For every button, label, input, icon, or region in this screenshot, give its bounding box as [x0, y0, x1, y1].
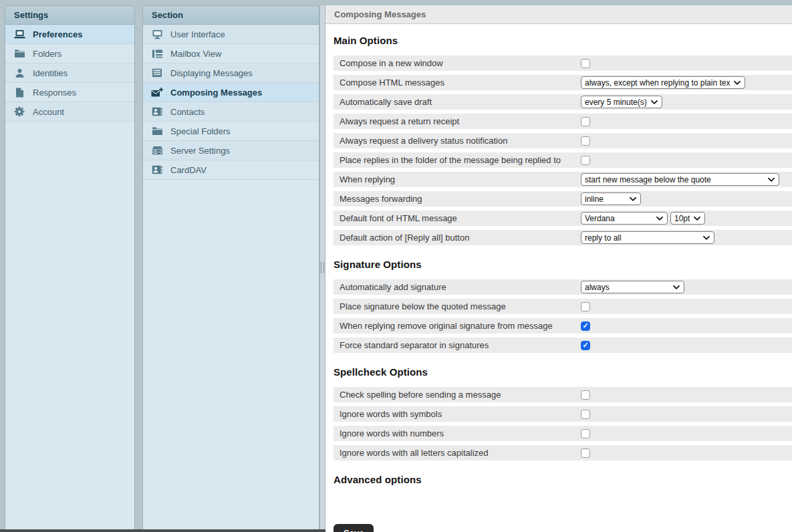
option-label: Automatically add signature — [340, 282, 581, 292]
option-label: Default action of [Reply all] button — [340, 233, 581, 243]
section-panel-title: Section — [143, 6, 319, 25]
option-label: Compose in a new window — [340, 58, 581, 68]
settings-item-responses[interactable]: Responses — [5, 83, 134, 102]
section-item-mailbox-view[interactable]: Mailbox View — [143, 44, 319, 63]
control-area — [581, 117, 590, 126]
content-title: Composing Messages — [325, 5, 792, 24]
settings-item-label: Folders — [33, 49, 61, 59]
compose-html-messages-select[interactable]: always, except when replying to plain te… — [581, 76, 745, 89]
server-icon — [150, 145, 164, 156]
option-label: Always request a return receipt — [340, 116, 581, 126]
ignore-words-with-symbols-checkbox[interactable] — [581, 410, 590, 419]
option-row-default-action-of-reply-all-button: Default action of [Reply all] buttonrepl… — [334, 230, 792, 245]
settings-item-label: Account — [33, 107, 64, 117]
section-item-label: Mailbox View — [170, 49, 221, 59]
ignore-words-with-all-letters-capitalized-checkbox[interactable] — [581, 448, 590, 458]
section-panel: Section User InterfaceMailbox ViewDispla… — [142, 5, 319, 529]
chevron-down-icon — [734, 81, 741, 85]
chevron-down-icon — [703, 236, 710, 240]
section-item-carddav[interactable]: CardDAV — [143, 160, 319, 180]
contact-card-icon — [150, 106, 164, 117]
section-item-label: Displaying Messages — [170, 68, 253, 78]
option-row-always-request-a-delivery-status-notification: Always request a delivery status notific… — [334, 133, 792, 148]
option-label: Messages forwarding — [340, 194, 581, 204]
automatically-save-draft-select-value: every 5 minute(s) — [585, 98, 647, 107]
control-area — [581, 448, 590, 458]
group-main-options: Main OptionsCompose in a new windowCompo… — [334, 35, 792, 245]
automatically-save-draft-select[interactable]: every 5 minute(s) — [581, 96, 662, 108]
settings-item-preferences[interactable]: Preferences — [5, 25, 134, 44]
splitter-grip-icon — [321, 262, 324, 273]
section-list: User InterfaceMailbox ViewDisplaying Mes… — [143, 25, 319, 180]
section-item-composing-messages[interactable]: Composing Messages — [143, 83, 319, 102]
group-spellcheck-options: Spellcheck OptionsCheck spelling before … — [334, 366, 792, 460]
option-label: Automatically save draft — [340, 97, 581, 107]
option-row-automatically-save-draft: Automatically save draftevery 5 minute(s… — [334, 94, 792, 110]
save-button[interactable]: Save — [334, 524, 374, 532]
settings-item-label: Identities — [33, 68, 68, 78]
default-font-of-html-message-1-select[interactable]: Verdana — [581, 212, 668, 225]
section-item-server-settings[interactable]: Server Settings — [143, 141, 319, 160]
default-font-of-html-message-2-select[interactable]: 10pt — [670, 212, 705, 225]
when-replying-remove-original-signature-from-message-checkbox[interactable] — [581, 321, 590, 331]
default-font-of-html-message-1-select-value: Verdana — [585, 214, 615, 223]
option-row-default-font-of-html-message: Default font of HTML messageVerdana10pt — [334, 211, 792, 226]
option-label: Always request a delivery status notific… — [340, 136, 581, 146]
always-request-a-return-receipt-checkbox[interactable] — [581, 117, 590, 126]
option-row-ignore-words-with-numbers: Ignore words with numbers — [334, 426, 792, 441]
gear-icon — [13, 106, 26, 117]
control-area — [581, 321, 590, 331]
control-area: reply to all — [581, 231, 714, 244]
option-label: Ignore words with numbers — [340, 428, 581, 438]
place-replies-in-the-folder-of-the-message-being-replied-to-checkbox[interactable] — [581, 156, 590, 165]
when-replying-select[interactable]: start new message below the quote — [581, 173, 779, 186]
option-label: Force standard separator in signatures — [340, 340, 581, 350]
contact-card-icon — [150, 164, 164, 175]
settings-item-folders[interactable]: Folders — [5, 44, 134, 63]
messages-forwarding-select[interactable]: inline — [581, 192, 641, 205]
control-area: every 5 minute(s) — [581, 96, 662, 108]
settings-panel: Settings PreferencesFoldersIdentitiesRes… — [5, 5, 135, 529]
panel-splitter[interactable] — [319, 5, 325, 529]
settings-item-identities[interactable]: Identities — [5, 63, 134, 83]
automatically-add-signature-select[interactable]: always — [581, 281, 684, 293]
document-icon — [13, 87, 26, 98]
check-spelling-before-sending-a-message-checkbox[interactable] — [581, 390, 590, 400]
control-area — [581, 429, 590, 438]
section-item-label: Composing Messages — [170, 88, 262, 98]
option-label: When replying remove original signature … — [340, 321, 581, 331]
place-signature-below-the-quoted-message-checkbox[interactable] — [581, 302, 590, 311]
settings-item-account[interactable]: Account — [5, 102, 134, 122]
section-item-contacts[interactable]: Contacts — [143, 102, 319, 122]
mailbox-view-icon — [150, 48, 164, 59]
default-action-of-reply-all-button-select[interactable]: reply to all — [581, 231, 714, 244]
section-item-label: Server Settings — [170, 146, 230, 156]
window-bottom-edge — [0, 529, 325, 532]
chevron-down-icon — [656, 217, 663, 221]
compose-in-a-new-window-checkbox[interactable] — [581, 59, 590, 68]
control-area — [581, 390, 590, 400]
option-label: Place signature below the quoted message — [340, 301, 581, 311]
force-standard-separator-in-signatures-checkbox[interactable] — [581, 341, 590, 350]
when-replying-select-value: start new message below the quote — [585, 175, 711, 184]
section-item-special-folders[interactable]: Special Folders — [143, 122, 319, 141]
group-advanced-options: Advanced options — [334, 474, 792, 485]
ignore-words-with-numbers-checkbox[interactable] — [581, 429, 590, 438]
content-body: Main OptionsCompose in a new windowCompo… — [325, 35, 792, 532]
section-item-displaying-messages[interactable]: Displaying Messages — [143, 63, 319, 83]
option-label: Place replies in the folder of the messa… — [340, 155, 581, 165]
option-row-automatically-add-signature: Automatically add signaturealways — [334, 279, 792, 295]
settings-item-label: Responses — [33, 88, 76, 98]
folder-icon — [150, 126, 164, 136]
group-heading: Main Options — [334, 35, 792, 46]
section-item-user-interface[interactable]: User Interface — [143, 25, 319, 44]
group-heading: Advanced options — [334, 474, 792, 485]
folder-icon — [13, 48, 26, 59]
section-item-label: Special Folders — [170, 126, 231, 136]
section-item-label: Contacts — [170, 107, 205, 117]
option-row-compose-html-messages: Compose HTML messagesalways, except when… — [334, 75, 792, 90]
automatically-add-signature-select-value: always — [585, 283, 610, 292]
always-request-a-delivery-status-notification-checkbox[interactable] — [581, 136, 590, 146]
chevron-down-icon — [673, 285, 680, 289]
displaying-messages-icon — [150, 68, 164, 78]
